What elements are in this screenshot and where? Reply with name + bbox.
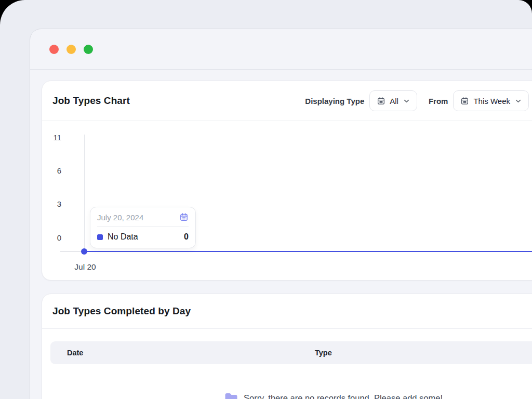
column-header-type: Type bbox=[315, 349, 332, 357]
job-types-chart-card: Job Types Chart Displaying Type All bbox=[42, 81, 532, 281]
series-line bbox=[84, 251, 532, 252]
type-select-value: All bbox=[390, 97, 398, 105]
calendar-icon bbox=[377, 97, 385, 105]
data-point[interactable] bbox=[81, 248, 87, 255]
tooltip-date: July 20, 2024 bbox=[97, 213, 143, 222]
type-select-button[interactable]: All bbox=[369, 90, 417, 111]
tooltip-series-label: No Data bbox=[108, 232, 138, 242]
table-header-row: Date Type bbox=[50, 341, 532, 364]
zoom-button[interactable] bbox=[84, 45, 93, 54]
column-header-date: Date bbox=[67, 349, 83, 357]
table: Date Type bbox=[42, 329, 532, 364]
from-label: From bbox=[429, 97, 448, 105]
chart-tooltip: July 20, 2024 No Data 0 bbox=[90, 207, 196, 248]
calendar-icon bbox=[179, 212, 189, 222]
chevron-down-icon bbox=[403, 98, 410, 104]
close-button[interactable] bbox=[49, 45, 59, 54]
chart-card-title: Job Types Chart bbox=[52, 95, 130, 107]
folder-icon bbox=[224, 392, 238, 399]
y-axis-line bbox=[84, 135, 85, 252]
empty-state: Sorry, there are no records found. Pleas… bbox=[42, 392, 532, 399]
y-axis-tick: 6 bbox=[42, 166, 61, 175]
range-select-button[interactable]: This Week bbox=[453, 90, 529, 111]
y-axis-tick: 0 bbox=[42, 233, 61, 242]
chevron-down-icon bbox=[515, 98, 522, 104]
table-card-title: Job Types Completed by Day bbox=[52, 305, 191, 317]
empty-state-message: Sorry, there are no records found. Pleas… bbox=[244, 392, 443, 399]
range-select-value: This Week bbox=[473, 97, 510, 105]
chart-controls: Displaying Type All Fro bbox=[305, 81, 529, 121]
job-types-table-card: Job Types Completed by Day Date Type Sor… bbox=[42, 294, 532, 399]
tooltip-value: 0 bbox=[184, 232, 189, 242]
window-titlebar bbox=[30, 29, 532, 70]
y-axis-tick: 3 bbox=[42, 200, 61, 208]
tooltip-divider bbox=[97, 227, 189, 227]
y-axis-tick: 11 bbox=[42, 133, 61, 142]
line-chart: 11 6 3 0 Jul 20 July 20, 2024 bbox=[42, 121, 532, 280]
page-background: Job Types Chart Displaying Type All bbox=[0, 0, 532, 399]
calendar-icon bbox=[460, 97, 469, 105]
x-axis-tick: Jul 20 bbox=[63, 262, 108, 272]
chart-card-header: Job Types Chart Displaying Type All bbox=[42, 81, 532, 121]
displaying-type-label: Displaying Type bbox=[305, 97, 364, 105]
minimize-button[interactable] bbox=[66, 45, 76, 54]
series-swatch bbox=[97, 234, 103, 240]
table-card-header: Job Types Completed by Day bbox=[42, 294, 532, 329]
